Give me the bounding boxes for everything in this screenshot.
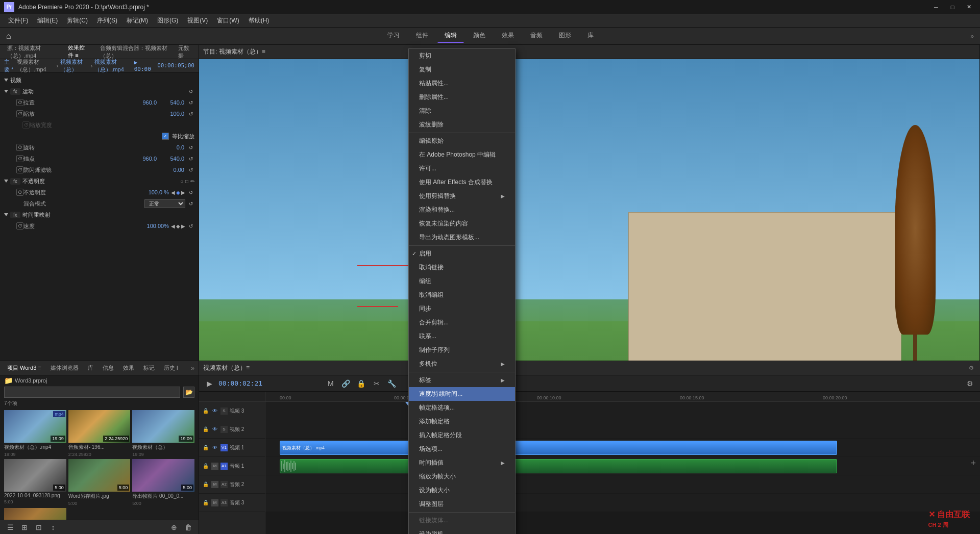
opacity-value[interactable]: 100.0 %	[138, 189, 169, 195]
linked-selection-btn[interactable]: 🔒	[355, 377, 368, 390]
ctx-copy[interactable]: 复制	[409, 63, 515, 77]
rotation-reset[interactable]: ↺	[187, 144, 194, 151]
speed-prev-btn[interactable]: ◀	[171, 223, 175, 229]
blend-mode-select[interactable]: 正常	[144, 199, 185, 208]
next-keyframe-btn[interactable]: ▶	[181, 190, 185, 195]
source-sequence[interactable]: 视频素材（总）	[60, 58, 89, 73]
tab-history[interactable]: 历史 I	[161, 363, 181, 373]
wrench-btn[interactable]: 🔧	[386, 377, 398, 390]
a3-mute-btn[interactable]: M	[211, 499, 218, 506]
ctx-make-subseq[interactable]: 制作子序列	[409, 343, 515, 357]
tab-edit[interactable]: 编辑	[437, 29, 464, 43]
ctx-ae-replace[interactable]: 使用 After Effects 合成替换	[409, 175, 515, 189]
ctx-render-replace[interactable]: 渲染和替换...	[409, 203, 515, 217]
speed-stopwatch[interactable]: ⏱	[16, 222, 23, 230]
scale-stopwatch[interactable]: ⏱	[16, 110, 23, 117]
ctx-field-options[interactable]: 场选项...	[409, 442, 515, 456]
anchor-stopwatch[interactable]: ⏱	[16, 155, 23, 162]
speed-reset[interactable]: ↺	[187, 222, 194, 230]
list-item[interactable]: 5:00 2022-10-04_093128.png 5:00	[4, 459, 66, 506]
tab-effects[interactable]: 效果	[120, 363, 137, 373]
uniform-scale-checkbox[interactable]: ✓	[162, 133, 169, 140]
tab-markers[interactable]: 标记	[140, 363, 158, 373]
v3-sync-btn[interactable]: S	[220, 408, 228, 415]
ctx-edit-original[interactable]: 编辑原始	[409, 134, 515, 148]
home-icon[interactable]: ⌂	[6, 32, 11, 41]
position-x-value[interactable]: 960.0	[126, 99, 157, 106]
prev-keyframe-btn[interactable]: ◀	[171, 190, 175, 195]
sort-btn[interactable]: ↕	[47, 521, 59, 533]
search-input[interactable]	[4, 387, 180, 398]
freeform-btn[interactable]: ⊡	[33, 521, 45, 533]
snap-btn[interactable]: 🔗	[340, 377, 352, 390]
ctx-ungroup[interactable]: 取消编组	[409, 288, 515, 302]
ctx-adjustment-layer[interactable]: 调整图层	[409, 497, 515, 511]
project-folder-row[interactable]: 📁 Word3.prproj	[0, 375, 199, 386]
anchor-reset[interactable]: ↺	[187, 155, 194, 162]
ctx-remove-attrs[interactable]: 删除属性...	[409, 90, 515, 104]
tab-assembly[interactable]: 组件	[409, 29, 435, 43]
tab-learn[interactable]: 学习	[380, 29, 407, 43]
delete-btn[interactable]: 🗑	[182, 521, 194, 533]
a3-lock-btn[interactable]: 🔒	[202, 499, 209, 506]
ctx-make-offline[interactable]: 设为脱机...	[409, 527, 515, 534]
scale-value[interactable]: 100.0	[154, 111, 184, 117]
v2-sync-btn[interactable]: S	[220, 426, 228, 433]
ctx-clip-replace[interactable]: 使用剪辑替换▶	[409, 189, 515, 203]
list-view-btn[interactable]: ☰	[4, 521, 16, 533]
a2-lock-btn[interactable]: 🔒	[202, 481, 209, 488]
timeline-settings-btn[interactable]: ⚙	[967, 363, 976, 372]
minimize-button[interactable]: ─	[929, 2, 943, 12]
v3-lock-btn[interactable]: 🔒	[202, 408, 209, 415]
icon-view-btn[interactable]: ⊞	[18, 521, 31, 533]
position-stopwatch[interactable]: ⏱	[16, 99, 23, 106]
add-keyframe-btn[interactable]: ◆	[176, 190, 180, 195]
speed-value[interactable]: 100.00%	[138, 223, 169, 229]
ctx-scale-to-frame[interactable]: 缩放为帧大小	[409, 470, 515, 484]
menu-view[interactable]: 视图(V)	[183, 15, 212, 27]
square-shape-btn[interactable]: □	[185, 179, 188, 184]
tab-effects[interactable]: 效果	[495, 29, 521, 43]
menu-sequence[interactable]: 序列(S)	[93, 15, 121, 27]
tab-media-browser[interactable]: 媒体浏览器	[47, 363, 82, 373]
v2-vis-btn[interactable]: 👁	[211, 426, 218, 433]
list-item[interactable]: 2:24.25920 音频素材- 196... 2:24.25920	[68, 410, 131, 457]
anchor-y-value[interactable]: 540.0	[159, 156, 184, 162]
speed-next-btn[interactable]: ▶	[181, 223, 185, 229]
ctx-sync[interactable]: 同步	[409, 302, 515, 316]
menu-window[interactable]: 窗口(W)	[213, 15, 243, 27]
add-track-button[interactable]: +	[970, 458, 976, 469]
menu-help[interactable]: 帮助(H)	[244, 15, 274, 27]
timeline-settings-gear[interactable]: ⚙	[964, 377, 976, 390]
add-marker-tl-btn[interactable]: M	[325, 377, 337, 390]
tab-graphics[interactable]: 图形	[552, 29, 578, 43]
pen-shape-btn[interactable]: ✏	[190, 179, 194, 184]
ctx-time-interpolation[interactable]: 时间插值▶	[409, 456, 515, 470]
a2-mute-btn[interactable]: M	[211, 481, 218, 488]
section-video[interactable]: 视频	[0, 74, 199, 86]
blend-reset[interactable]: ↺	[187, 200, 194, 207]
ctx-insert-frame-hold[interactable]: 插入帧定格分段	[409, 428, 515, 442]
video-clip-v1[interactable]: 视频素材（总）.mp4	[280, 441, 837, 455]
ctx-edit-photoshop[interactable]: 在 Adobe Photoshop 中编辑	[409, 148, 515, 162]
tab-project[interactable]: 项目 Word3 ≡	[4, 363, 44, 373]
motion-reset-btn[interactable]: ↺	[187, 88, 194, 95]
tab-audio[interactable]: 音频	[523, 29, 550, 43]
ctx-paste-attrs[interactable]: 粘贴属性...	[409, 77, 515, 90]
position-y-value[interactable]: 540.0	[159, 99, 184, 106]
section-motion[interactable]: fx 运动 ↺	[0, 86, 199, 97]
anchor-x-value[interactable]: 960.0	[126, 156, 157, 162]
razor-btn[interactable]: ✂	[371, 377, 383, 390]
play-timeline-btn[interactable]: ▶	[203, 377, 215, 390]
tab-metadata[interactable]: 元数据	[175, 43, 194, 61]
new-bin-button[interactable]: 📂	[183, 387, 194, 398]
position-reset[interactable]: ↺	[187, 99, 194, 106]
menu-graphics[interactable]: 图形(G)	[153, 15, 182, 27]
section-opacity[interactable]: fx 不透明度 ○ □ ✏	[0, 175, 199, 187]
ctx-link[interactable]: 联系...	[409, 329, 515, 343]
menu-file[interactable]: 文件(F)	[4, 15, 32, 27]
tab-color[interactable]: 颜色	[466, 29, 493, 43]
anti-flicker-value[interactable]: 0.00	[154, 167, 184, 173]
list-item[interactable]: 19:09 视频素材（总） 19:09	[132, 410, 194, 457]
close-button[interactable]: ✕	[962, 2, 976, 12]
